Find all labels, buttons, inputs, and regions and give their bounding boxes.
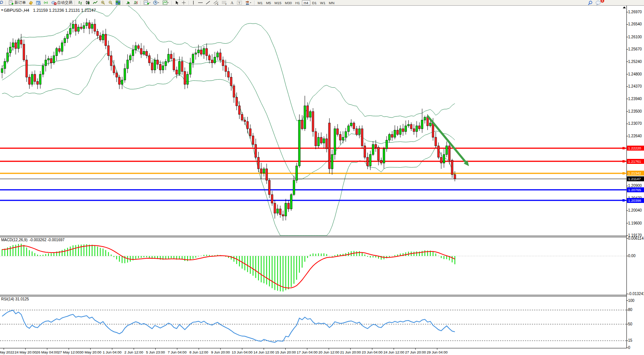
svg-text:E: E xyxy=(217,3,219,5)
timeframe-h4[interactable]: H4 xyxy=(302,0,310,5)
periods-button[interactable] xyxy=(152,0,161,5)
indicators-button[interactable] xyxy=(142,0,152,5)
price-axis-label: 1.24800 xyxy=(628,72,642,76)
time-axis-label: 24 Jun 12:00 xyxy=(383,350,404,354)
hline-marker[interactable] xyxy=(622,172,625,174)
trendline-button[interactable] xyxy=(205,0,212,5)
timeframe-mn[interactable]: MN xyxy=(327,0,336,5)
timeframe-m5[interactable]: M5 xyxy=(264,0,272,5)
rsi-axis-label: 15 xyxy=(628,338,632,342)
text-label-icon: T xyxy=(237,0,242,5)
price-line-label-1.22220[interactable]: 1.22220 xyxy=(627,146,644,151)
line-chart-button[interactable] xyxy=(92,0,99,5)
autotrade-button[interactable]: 自动交易 xyxy=(50,0,73,5)
time-axis-label: 21 Jun 20:00 xyxy=(340,350,361,354)
zoom-out-icon xyxy=(108,0,113,5)
rsi-axis-label: 80 xyxy=(628,308,632,312)
search-partial-icon[interactable] xyxy=(0,0,5,5)
zoom-in-icon xyxy=(100,0,105,5)
periods-icon xyxy=(153,0,160,5)
time-axis-label: 2 Jun 12:00 xyxy=(124,350,143,354)
price-axis-label: 1.24370 xyxy=(628,84,642,88)
tile-windows-button[interactable] xyxy=(114,0,122,5)
collapse-arrow-icon[interactable]: ▼ xyxy=(1,9,3,11)
hline-marker[interactable] xyxy=(622,199,625,201)
zoom-in-button[interactable] xyxy=(99,0,106,5)
ohlc-values: 1.21159 1.21236 1.21131 1.21147 xyxy=(33,8,96,13)
timeframe-m30[interactable]: M30 xyxy=(283,0,293,5)
search-icon[interactable] xyxy=(586,0,594,5)
quotes-icon xyxy=(28,0,33,5)
time-axis-label: 20 Jun 12:00 xyxy=(319,350,339,354)
cursor-icon xyxy=(175,0,179,5)
time-axis-label: 5 Jun 23:00 xyxy=(146,350,165,354)
new-order-label: 新订单 xyxy=(14,0,26,5)
cursor-button[interactable] xyxy=(174,0,180,5)
timeframe-m15[interactable]: M15 xyxy=(273,0,283,5)
timeframe-w1[interactable]: W1 xyxy=(319,0,327,5)
price-axis-label: 1.26100 xyxy=(628,35,642,39)
chart-canvas[interactable] xyxy=(0,6,644,355)
price-axis-label: 1.20040 xyxy=(628,208,642,212)
tile-windows-icon xyxy=(116,0,120,5)
price-line-label-1.21761[interactable]: 1.21761 xyxy=(627,159,644,164)
rsi-axis-label: 0 xyxy=(628,346,630,350)
candlestick-chart-button[interactable] xyxy=(84,0,91,5)
chart-shift-icon xyxy=(133,0,138,5)
notification-badge: 1 xyxy=(600,0,604,3)
new-order-icon xyxy=(9,0,14,5)
arrows-button[interactable] xyxy=(244,0,253,5)
channel-button[interactable]: E xyxy=(212,0,220,5)
time-axis-label: 27 Jun 20:00 xyxy=(405,350,426,354)
text-label-button[interactable]: T xyxy=(236,0,243,5)
macd-values: -0.003262 -0.001697 xyxy=(29,238,64,242)
price-axis-label: 1.26970 xyxy=(628,10,642,14)
line-chart-icon xyxy=(93,0,98,5)
crosshair-button[interactable] xyxy=(180,0,188,5)
price-line-label-1.21342[interactable]: 1.21342 xyxy=(627,171,644,176)
vertical-line-button[interactable] xyxy=(191,0,196,5)
new-order-button[interactable]: 新订单 xyxy=(8,0,27,5)
time-axis-label: 8 Jun 12:00 xyxy=(189,350,208,354)
horizontal-line-button[interactable] xyxy=(197,0,204,5)
bar-chart-button[interactable] xyxy=(77,0,84,5)
auto-scroll-button[interactable] xyxy=(125,0,132,5)
text-button[interactable]: A xyxy=(229,0,235,5)
timeframe-m1[interactable]: M1 xyxy=(256,0,264,5)
rsi-axis-label: 100 xyxy=(628,298,635,303)
price-axis-label: 1.25240 xyxy=(628,60,642,64)
price-line-label-1.21147[interactable]: 1.21147 xyxy=(627,176,644,181)
hline-marker[interactable] xyxy=(622,147,625,149)
market-watch-button[interactable] xyxy=(35,0,42,5)
axis-scroll-marker[interactable] xyxy=(623,6,626,8)
time-axis-label: 1 Jun 04:00 xyxy=(103,350,122,354)
notifications-button[interactable]: 1 xyxy=(594,0,602,5)
time-axis-label: 23 May 2022 xyxy=(0,350,14,354)
price-axis-label: 1.23940 xyxy=(628,97,642,101)
fibonacci-button[interactable]: F xyxy=(220,0,228,5)
price-line-label-1.20765[interactable]: 1.20765 xyxy=(627,187,644,192)
signal-icon xyxy=(44,0,48,5)
market-watch-icon xyxy=(36,0,41,5)
zoom-out-button[interactable] xyxy=(107,0,114,5)
svg-text:T: T xyxy=(238,1,241,5)
timeframe-h1[interactable]: H1 xyxy=(294,0,301,5)
separator xyxy=(6,1,6,5)
chart-region: ▼ GBPUSD-,H41.21159 1.21236 1.21131 1.21… xyxy=(0,6,644,355)
chart-shift-button[interactable] xyxy=(132,0,139,5)
svg-text:A: A xyxy=(231,0,234,5)
templates-button[interactable] xyxy=(161,0,170,5)
time-axis-label: 9 Jun 20:00 xyxy=(211,350,230,354)
hline-marker[interactable] xyxy=(622,160,625,162)
vertical-line-icon xyxy=(192,0,195,5)
signal-button[interactable] xyxy=(42,0,50,5)
macd-indicator-label: MACD(12,26,9)-0.003262 -0.001697 xyxy=(1,238,64,242)
price-axis-label: 1.23070 xyxy=(628,121,642,126)
timeframe-d1[interactable]: D1 xyxy=(311,0,318,5)
toolbar: 新订单 自动交易 xyxy=(0,0,644,6)
price-line-label-1.20398[interactable]: 1.20398 xyxy=(627,198,644,203)
macd-axis-label: 0.00 xyxy=(628,254,635,258)
price-axis-label: 1.26540 xyxy=(628,22,642,26)
time-axis-label: 29 Jun 04:00 xyxy=(427,350,448,354)
quotes-button[interactable] xyxy=(27,0,34,5)
